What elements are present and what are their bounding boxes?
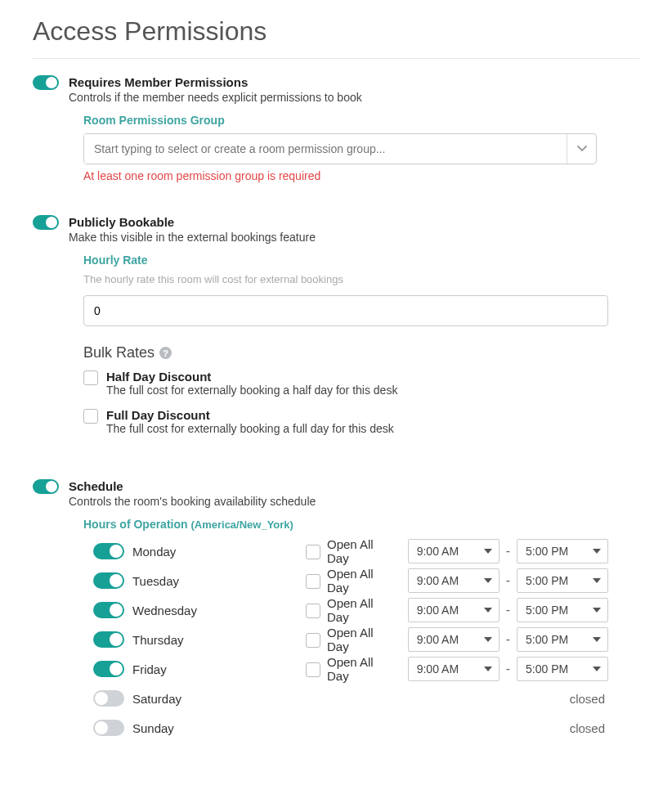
open-all-day-checkbox[interactable] — [306, 545, 320, 559]
publicly-bookable-desc: Make this visible in the external bookin… — [69, 231, 639, 244]
room-permissions-group-label: Room Permissions Group — [83, 114, 639, 127]
open-time-select[interactable]: 9:00 AM — [408, 539, 500, 563]
full-day-discount-checkbox[interactable] — [83, 409, 98, 424]
closed-label: closed — [306, 692, 608, 706]
section-schedule: Schedule Controls the room's booking ava… — [33, 479, 639, 743]
day-toggle[interactable] — [93, 572, 124, 589]
open-all-day-label: Open All Day — [327, 655, 392, 683]
schedule-desc: Controls the room's booking availability… — [69, 495, 639, 508]
half-day-discount-desc: The full cost for externally booking a h… — [106, 384, 397, 397]
day-name: Wednesday — [132, 604, 197, 617]
close-time-select[interactable]: 5:00 PM — [517, 627, 608, 652]
publicly-bookable-toggle[interactable] — [33, 215, 59, 230]
hourly-rate-label: Hourly Rate — [83, 254, 639, 267]
room-permissions-group-input[interactable] — [84, 134, 567, 164]
day-name: Sunday — [132, 721, 174, 735]
open-all-day-checkbox[interactable] — [306, 662, 320, 677]
open-all-day-label: Open All Day — [327, 596, 392, 624]
day-toggle[interactable] — [93, 720, 124, 736]
day-row: Saturdayclosed — [93, 685, 608, 712]
close-time-select[interactable]: 5:00 PM — [517, 539, 608, 563]
hours-of-operation-label: Hours of Operation (America/New_York) — [83, 518, 639, 531]
day-toggle[interactable] — [93, 602, 124, 618]
open-time-select[interactable]: 9:00 AM — [408, 568, 500, 593]
day-row: WednesdayOpen All Day9:00 AM-5:00 PM — [93, 596, 608, 624]
open-time-select[interactable]: 9:00 AM — [408, 627, 500, 652]
day-toggle[interactable] — [93, 690, 124, 707]
section-publicly-bookable: Publicly Bookable Make this visible in t… — [33, 215, 639, 447]
bulk-rates-heading: Bulk Rates ? — [83, 344, 639, 361]
schedule-label: Schedule — [69, 479, 639, 493]
chevron-down-icon[interactable] — [567, 134, 596, 164]
half-day-discount-checkbox[interactable] — [83, 370, 98, 385]
full-day-discount-label: Full Day Discount — [106, 408, 394, 422]
time-dash: - — [506, 603, 510, 617]
help-icon[interactable]: ? — [159, 347, 172, 359]
bulk-rates-label: Bulk Rates — [83, 344, 155, 361]
full-day-discount-row: Full Day Discount The full cost for exte… — [83, 408, 639, 435]
schedule-toggle[interactable] — [33, 479, 59, 494]
hourly-rate-hint: The hourly rate this room will cost for … — [83, 273, 639, 285]
closed-label: closed — [306, 721, 608, 735]
hourly-rate-input[interactable] — [83, 295, 608, 326]
day-row: FridayOpen All Day9:00 AM-5:00 PM — [93, 655, 608, 683]
publicly-bookable-label: Publicly Bookable — [69, 215, 639, 229]
day-row: MondayOpen All Day9:00 AM-5:00 PM — [93, 537, 608, 565]
half-day-discount-row: Half Day Discount The full cost for exte… — [83, 370, 639, 397]
requires-permissions-desc: Controls if the member needs explicit pe… — [69, 91, 639, 104]
half-day-discount-label: Half Day Discount — [106, 370, 397, 384]
open-all-day-checkbox[interactable] — [306, 633, 320, 648]
open-time-select[interactable]: 9:00 AM — [408, 598, 500, 622]
day-row: Sundayclosed — [93, 714, 608, 742]
open-all-day-checkbox[interactable] — [306, 604, 320, 618]
time-dash: - — [506, 544, 510, 559]
full-day-discount-desc: The full cost for externally booking a f… — [106, 422, 394, 435]
day-name: Tuesday — [132, 574, 179, 588]
time-dash: - — [506, 662, 510, 676]
open-time-select[interactable]: 9:00 AM — [408, 657, 500, 681]
day-name: Thursday — [132, 633, 184, 647]
requires-permissions-label: Requires Member Permissions — [69, 75, 639, 89]
open-all-day-label: Open All Day — [327, 537, 392, 565]
open-all-day-label: Open All Day — [327, 567, 392, 595]
requires-permissions-toggle[interactable] — [33, 75, 59, 90]
page-title: Access Permissions — [33, 16, 639, 47]
day-name: Monday — [132, 545, 176, 559]
day-toggle[interactable] — [93, 543, 124, 559]
time-dash: - — [506, 632, 510, 647]
open-all-day-label: Open All Day — [327, 626, 392, 653]
close-time-select[interactable]: 5:00 PM — [517, 598, 608, 622]
day-row: ThursdayOpen All Day9:00 AM-5:00 PM — [93, 626, 608, 653]
room-permissions-group-combo[interactable] — [83, 133, 597, 164]
day-name: Friday — [132, 662, 167, 676]
divider — [33, 58, 639, 59]
section-requires-permissions: Requires Member Permissions Controls if … — [33, 75, 639, 182]
day-name: Saturday — [132, 692, 181, 706]
day-row: TuesdayOpen All Day9:00 AM-5:00 PM — [93, 567, 608, 595]
time-dash: - — [506, 573, 510, 588]
close-time-select[interactable]: 5:00 PM — [517, 657, 608, 681]
day-toggle[interactable] — [93, 661, 124, 677]
open-all-day-checkbox[interactable] — [306, 574, 320, 589]
close-time-select[interactable]: 5:00 PM — [517, 568, 608, 593]
room-permissions-error: At least one room permission group is re… — [83, 169, 639, 182]
day-toggle[interactable] — [93, 631, 124, 648]
